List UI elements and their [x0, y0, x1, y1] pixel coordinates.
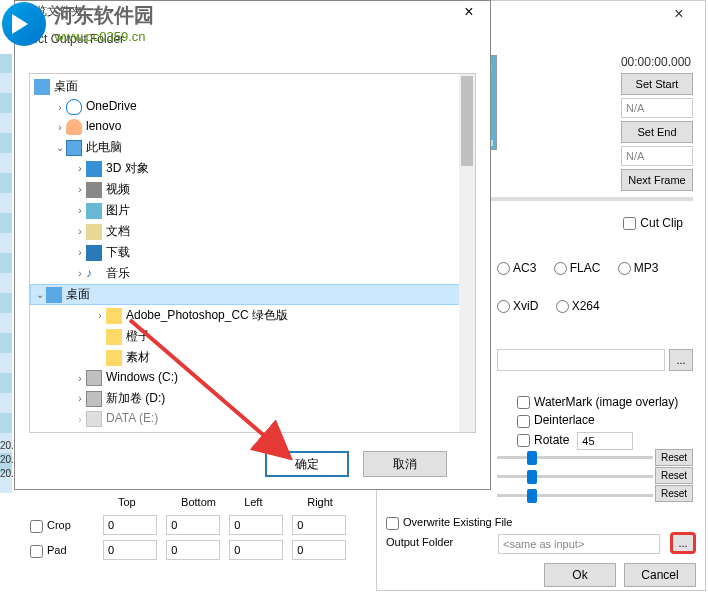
chevron-right-icon[interactable]: ›: [94, 310, 106, 321]
reset-button-3[interactable]: Reset: [655, 485, 693, 502]
drive-icon: [86, 411, 102, 427]
tree-item-thispc[interactable]: ⌄此电脑: [30, 137, 475, 158]
set-start-button[interactable]: Set Start: [621, 73, 693, 95]
next-frame-button[interactable]: Next Frame: [621, 169, 693, 191]
output-folder-field[interactable]: [498, 534, 660, 554]
tree-item-photoshop[interactable]: ›Adobe_Photoshop_CC 绿色版: [30, 305, 475, 326]
cut-clip-label: Cut Clip: [640, 216, 683, 230]
rotate-checkbox[interactable]: Rotate: [517, 432, 678, 450]
chevron-down-icon[interactable]: ⌄: [54, 142, 66, 153]
tree-item-windows-c[interactable]: ›Windows (C:): [30, 368, 475, 388]
tree-item-videos[interactable]: ›视频: [30, 179, 475, 200]
pad-bottom[interactable]: [166, 540, 220, 560]
watermark: 河东软件园 www.pc0359.cn: [2, 2, 154, 46]
crop-checkbox[interactable]: Crop: [30, 519, 100, 533]
tree-item-music[interactable]: ›♪音乐: [30, 263, 475, 284]
chevron-right-icon[interactable]: ›: [54, 122, 66, 133]
documents-icon: [86, 224, 102, 240]
radio-ac3[interactable]: AC3: [497, 261, 536, 275]
objects-3d-icon: [86, 161, 102, 177]
radio-x264[interactable]: X264: [556, 299, 600, 313]
slider-3[interactable]: [497, 487, 653, 505]
browse-button-1[interactable]: ...: [669, 349, 693, 371]
tree-item-3d[interactable]: ›3D 对象: [30, 158, 475, 179]
cancel-button[interactable]: Cancel: [624, 563, 696, 587]
watermark-checkbox[interactable]: WaterMark (image overlay): [517, 395, 678, 409]
pictures-icon: [86, 203, 102, 219]
tree-item-pictures[interactable]: ›图片: [30, 200, 475, 221]
tree-item-material[interactable]: 素材: [30, 347, 475, 368]
crop-top[interactable]: [103, 515, 157, 535]
chevron-right-icon[interactable]: ›: [54, 102, 66, 113]
crop-left[interactable]: [229, 515, 283, 535]
desktop-icon: [34, 79, 50, 95]
chevron-right-icon[interactable]: ›: [74, 373, 86, 384]
crop-bottom[interactable]: [166, 515, 220, 535]
path-field[interactable]: [497, 349, 665, 371]
radio-xvid[interactable]: XviD: [497, 299, 538, 313]
chevron-right-icon[interactable]: ›: [74, 414, 86, 425]
video-icon: [86, 182, 102, 198]
tree-item-onedrive[interactable]: ›OneDrive: [30, 97, 475, 117]
drive-icon: [86, 370, 102, 386]
chevron-right-icon[interactable]: ›: [74, 393, 86, 404]
chevron-right-icon[interactable]: ›: [74, 163, 86, 174]
tree-item-downloads[interactable]: ›下载: [30, 242, 475, 263]
folder-icon: [106, 350, 122, 366]
radio-mp3[interactable]: MP3: [618, 261, 659, 275]
dialog-close-button[interactable]: ×: [454, 3, 484, 23]
radio-flac[interactable]: FLAC: [554, 261, 601, 275]
pad-left[interactable]: [229, 540, 283, 560]
left-thumbnail-strip: [0, 54, 12, 493]
tree-item-desktop-root[interactable]: 桌面: [30, 76, 475, 97]
start-time-field[interactable]: [621, 98, 693, 118]
folder-icon: [106, 308, 122, 324]
download-icon: [86, 245, 102, 261]
cut-clip-checkbox[interactable]: Cut Clip: [623, 216, 683, 230]
reset-button-2[interactable]: Reset: [655, 467, 693, 484]
crop-right[interactable]: [292, 515, 346, 535]
tree-scrollbar[interactable]: [459, 74, 475, 432]
reset-button-1[interactable]: Reset: [655, 449, 693, 466]
tree-item-documents[interactable]: ›文档: [30, 221, 475, 242]
slider-1[interactable]: [497, 449, 653, 467]
watermark-title: 河东软件园: [54, 2, 154, 29]
watermark-logo-icon: [2, 2, 46, 46]
ok-button[interactable]: Ok: [544, 563, 616, 587]
end-time-field[interactable]: [621, 146, 693, 166]
chevron-right-icon[interactable]: ›: [74, 226, 86, 237]
pad-checkbox[interactable]: Pad: [30, 544, 100, 558]
chevron-right-icon[interactable]: ›: [74, 205, 86, 216]
dialog-cancel-button[interactable]: 取消: [363, 451, 447, 477]
cloud-icon: [66, 99, 82, 115]
dialog-ok-button[interactable]: 确定: [265, 451, 349, 477]
output-folder-label: Output Folder: [386, 536, 453, 548]
close-button[interactable]: ×: [661, 5, 697, 25]
tree-item-desktop-selected[interactable]: ⌄桌面: [30, 284, 475, 305]
deinterlace-checkbox[interactable]: Deinterlace: [517, 413, 678, 427]
tree-item-newvol-d[interactable]: ›新加卷 (D:): [30, 388, 475, 409]
desktop-icon: [46, 287, 62, 303]
tree-item-data-e[interactable]: ›DATA (E:): [30, 409, 475, 429]
chevron-right-icon[interactable]: ›: [74, 247, 86, 258]
crop-headers: Top Bottom Left Right: [118, 496, 367, 508]
pad-right[interactable]: [292, 540, 346, 560]
watermark-url: www.pc0359.cn: [54, 29, 154, 44]
tree-item-orange[interactable]: 橙子: [30, 326, 475, 347]
slider-2[interactable]: [497, 468, 653, 486]
overwrite-checkbox[interactable]: Overwrite Existing File: [386, 516, 512, 530]
chevron-down-icon[interactable]: ⌄: [34, 289, 46, 300]
user-icon: [66, 119, 82, 135]
output-folder-browse-button[interactable]: ...: [670, 532, 696, 554]
folder-dialog: 浏览文件夹 × 桌面 ›OneDrive ›lenovo ⌄此电脑 ›3D 对象…: [14, 0, 491, 490]
set-end-button[interactable]: Set End: [621, 121, 693, 143]
drive-icon: [86, 391, 102, 407]
tree-item-lenovo[interactable]: ›lenovo: [30, 117, 475, 137]
pad-top[interactable]: [103, 540, 157, 560]
chevron-right-icon[interactable]: ›: [74, 268, 86, 279]
rotate-input[interactable]: [577, 432, 633, 450]
pc-icon: [66, 140, 82, 156]
folder-icon: [106, 329, 122, 345]
chevron-right-icon[interactable]: ›: [74, 184, 86, 195]
scrollbar-thumb[interactable]: [461, 76, 473, 166]
